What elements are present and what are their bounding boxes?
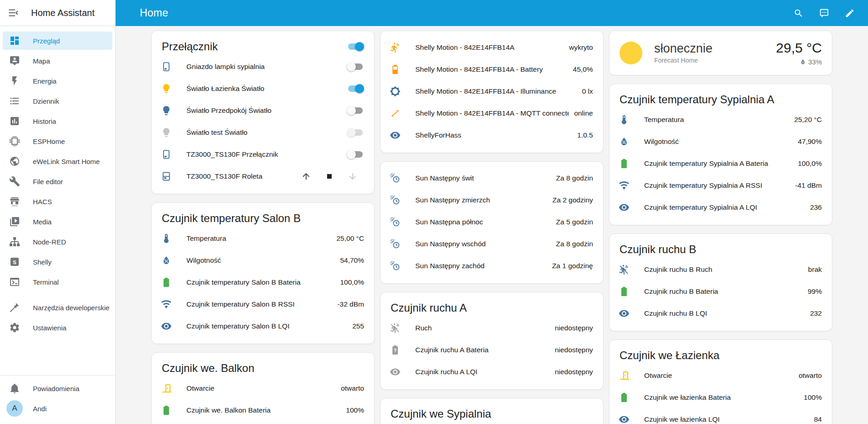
toggle-switch-off[interactable] (347, 105, 364, 116)
motion-sensor-off-icon (619, 264, 630, 275)
sidebar-item-esphome[interactable]: ESPHome (3, 132, 112, 150)
card-title: Przełącznik (162, 40, 218, 53)
entity-row-shellyforhass[interactable]: ShellyForHass1.0.5 (381, 124, 603, 146)
sidebar-item-energia[interactable]: Energia (3, 72, 112, 90)
entity-row-temperatura[interactable]: Temperatura25,00 °C (152, 228, 374, 249)
sidebar-item-ustawienia[interactable]: Ustawienia (3, 318, 112, 337)
entity-row-otwarcie[interactable]: Otwarcieotwarto (609, 365, 832, 387)
entity-row-wiat-o-przedpok-j-wiat-o[interactable]: Światło Przedpokój Światło (152, 100, 374, 122)
entity-row-czujnik-temperatury-sypialnia-a-rssi[interactable]: Czujnik temperatury Sypialnia A RSSI-41 … (609, 175, 832, 196)
shelly-icon: S (9, 256, 20, 267)
entity-row-wilgotno[interactable]: Wilgotność54,70% (152, 249, 374, 271)
view-dashboard-icon (9, 35, 20, 46)
entity-row-sun-nast-pny-wsch-d[interactable]: Sun Następny wschódZa 8 godzin (381, 233, 603, 255)
avatar: A (6, 400, 23, 417)
entity-row-czujnik-ruchu-b-lqi[interactable]: Czujnik ruchu B LQI232 (609, 302, 832, 324)
sidebar-item-label: Mapa (33, 57, 50, 65)
thermometer-icon (161, 233, 172, 244)
card-czujnik-temperatury-salon-b: Czujnik temperatury Salon BTemperatura25… (151, 202, 375, 344)
card-czujnik-we-azienka: Czujnik we ŁazienkaOtwarcieotwartoCzujni… (609, 339, 832, 424)
entity-row-czujnik-temperatury-sypialnia-a-lqi[interactable]: Czujnik temperatury Sypialnia A LQI236 (609, 196, 832, 218)
thermometer-icon (619, 114, 630, 125)
entity-row-czujnik-we-azienka-lqi[interactable]: Czujnik we łazienka LQI84 (609, 408, 832, 424)
entity-row-sun-nast-pny-zach-d[interactable]: Sun Następny zachódZa 1 godzinę (381, 255, 603, 277)
weather-subtitle: Forecast Home (654, 57, 713, 64)
sidebar-item-historia[interactable]: Historia (3, 112, 112, 130)
cover-up-button[interactable] (294, 171, 318, 181)
toggle-switch-on[interactable] (347, 83, 364, 94)
sidebar-item-ewelink-smart-home[interactable]: eWeLink Smart Home (3, 152, 112, 170)
app-root: Home Assistant PrzeglądMapaEnergiaDzienn… (0, 0, 868, 424)
sidebar-item-file-editor[interactable]: File editor (3, 172, 112, 191)
sidebar-item-node-red[interactable]: Node-RED (3, 233, 112, 251)
lightbulb-icon (161, 127, 172, 138)
entity-row-czujnik-temperatury-salon-b-lqi[interactable]: Czujnik temperatury Salon B LQI255 (152, 315, 374, 337)
entity-row-wiat-o-azienka-wiat-o[interactable]: Światło Łazienka Światło (152, 78, 374, 100)
weather-sunny-icon (619, 42, 642, 64)
entity-row-czujnik-ruchu-a-bateria[interactable]: ?Czujnik ruchu A Baterianiedostępny (381, 339, 603, 361)
search-button[interactable] (789, 4, 808, 22)
entity-row-sun-nast-pny-wit[interactable]: Sun Następny świtZa 8 godzin (381, 167, 603, 189)
entity-row-wiat-o-test-wiat-o[interactable]: Światło test Światło (152, 122, 374, 143)
sidebar-header: Home Assistant (0, 0, 115, 26)
sidebar-user[interactable]: A Andi (3, 399, 112, 418)
sidebar-item-media[interactable]: Media (3, 212, 112, 231)
entity-row-czujnik-temperatury-salon-b-bateria[interactable]: Czujnik temperatury Salon B Bateria100,0… (152, 271, 374, 293)
entity-name: Gniazdo lampki sypialnia (186, 63, 341, 71)
entity-row-shelly-motion-842e14ffb14a-illuminance[interactable]: Shelly Motion - 842E14FFB14A - Illuminan… (381, 80, 603, 102)
chart-box-icon (9, 116, 20, 127)
entity-value: niedostępny (555, 324, 593, 332)
battery-icon (161, 405, 172, 416)
entity-row-czujnik-we-balkon-bateria[interactable]: Czujnik we. Balkon Bateria100% (152, 399, 374, 421)
sun-clock-icon (390, 195, 401, 206)
eye-icon (619, 202, 630, 213)
entity-value: otwarto (341, 384, 364, 392)
svg-text:S: S (13, 260, 16, 265)
entity-row-shelly-motion-842e14ffb14a[interactable]: Shelly Motion - 842E14FFB14Awykryto (381, 37, 603, 58)
sidebar-item-narz-dzia-deweloperskie[interactable]: Narzędzia deweloperskie (3, 298, 112, 317)
toggle-switch-off[interactable] (347, 149, 364, 160)
entity-row-wilgotno[interactable]: Wilgotność47,90% (609, 131, 832, 153)
entity-value: Za 8 godzin (556, 240, 593, 248)
format-list-bulleted-icon (9, 95, 20, 106)
sidebar-item-terminal[interactable]: Terminal (3, 273, 112, 291)
weather-humidity: 33% (776, 58, 822, 66)
entity-name: Sun Następna północ (415, 218, 550, 226)
sun-clock-icon (390, 260, 401, 271)
sidebar-item-dziennik[interactable]: Dziennik (3, 92, 112, 110)
sidebar-item-shelly[interactable]: SShelly (3, 253, 112, 271)
card-czujnik-temperatury-sypialnia-a: Czujnik temperatury Sypialnia ATemperatu… (609, 84, 832, 225)
entity-row-czujnik-ruchu-a-lqi[interactable]: Czujnik ruchu A LQIniedostępny (381, 361, 603, 383)
entity-row-shelly-motion-842e14ffb14a-battery[interactable]: Shelly Motion - 842E14FFB14A - Battery45… (381, 58, 603, 80)
toggle-switch-off[interactable] (347, 61, 364, 72)
toggle-switch-on[interactable] (347, 41, 364, 52)
sidebar: Home Assistant PrzeglądMapaEnergiaDzienn… (0, 0, 116, 424)
entity-row-sun-nast-pna-p-noc[interactable]: Sun Następna północZa 5 godzin (381, 211, 603, 233)
entity-row-czujnik-temperatury-sypialnia-a-bateria[interactable]: Czujnik temperatury Sypialnia A Bateria1… (609, 153, 832, 175)
sidebar-item-notifications[interactable]: Powiadomienia (3, 379, 112, 398)
sidebar-item-label: Shelly (33, 258, 52, 266)
entity-row-otwarcie[interactable]: Otwarcieotwarto (152, 377, 374, 399)
entity-row-ruch[interactable]: Ruchniedostępny (381, 317, 603, 339)
entity-row-tz3000-ts130f-roleta[interactable]: TZ3000_TS130F Roleta (152, 165, 374, 187)
entity-row-sun-nast-pny-zmierzch[interactable]: Sun Następny zmierzchZa 2 godziny (381, 189, 603, 211)
sidebar-item-hacs[interactable]: HACSHACS (3, 192, 112, 211)
sidebar-item-mapa[interactable]: Mapa (3, 52, 112, 70)
entity-row-gniazdo-lampki-sypialnia[interactable]: Gniazdo lampki sypialnia (152, 56, 374, 78)
sidebar-item-przegl-d[interactable]: Przegląd (3, 32, 112, 50)
weather-card[interactable]: słonecznieForecast Home29,5 °C33% (609, 31, 832, 75)
play-box-multiple-icon (9, 216, 20, 227)
entity-row-czujnik-we-azienka-bateria[interactable]: Czujnik we łazienka Bateria100% (609, 387, 832, 408)
entity-row-czujnik-temperatury-salon-b-rssi[interactable]: Czujnik temperatury Salon B RSSI-32 dBm (152, 293, 374, 315)
entity-row-temperatura[interactable]: Temperatura25,20 °C (609, 109, 832, 131)
edit-button[interactable] (841, 4, 859, 22)
entity-name: Czujnik ruchu B LQI (644, 309, 804, 318)
entity-row-shelly-motion-842e14ffb14a-mqtt-connected[interactable]: Shelly Motion - 842E14FFB14A - MQTT conn… (381, 102, 603, 124)
entity-row-tz3000-ts130f-prze-cznik[interactable]: TZ3000_TS130F Przełącznik (152, 143, 374, 165)
top-bar-actions (789, 4, 859, 22)
cover-stop-button[interactable] (318, 171, 341, 181)
sidebar-toggle-icon[interactable] (7, 7, 19, 19)
entity-row-czujnik-ruchu-b-bateria[interactable]: Czujnik ruchu B Bateria99% (609, 281, 832, 302)
entity-row-czujnik-ruchu-b-ruch[interactable]: Czujnik ruchu B Ruchbrak (609, 259, 832, 281)
assist-button[interactable] (815, 4, 833, 22)
